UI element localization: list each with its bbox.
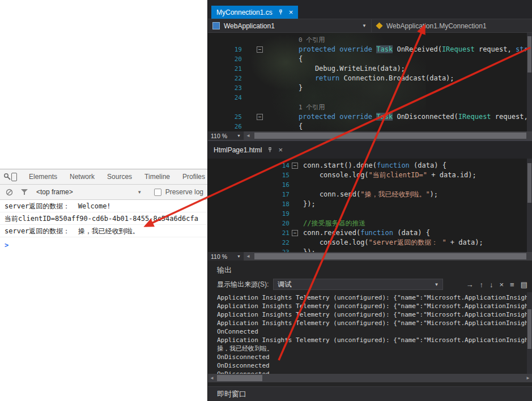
- code-text: });: [302, 199, 532, 209]
- fold-column: [290, 248, 302, 252]
- devtools-tab-elements[interactable]: Elements: [23, 170, 63, 184]
- frame-context-select[interactable]: <top frame> ▼: [33, 187, 144, 197]
- fold-column: [242, 64, 265, 74]
- zoom-select[interactable]: 110 % ▼: [208, 131, 244, 140]
- code-line: 26{: [208, 122, 532, 131]
- editor-vertical-scrollbar[interactable]: [527, 33, 532, 131]
- line-number: 14: [208, 161, 290, 170]
- output-text[interactable]: Application Insights Telemetry (unconfig…: [208, 293, 527, 374]
- tab-myconnection1-cs[interactable]: MyConnection1.cs ×: [211, 6, 298, 19]
- code-text: console.log("当前clientID=" + data.id);: [302, 170, 532, 180]
- tab-htmlpage1-html[interactable]: HtmlPage1.html: [214, 146, 262, 154]
- code-line: 18});: [208, 199, 532, 209]
- device-mode-icon[interactable]: [11, 171, 17, 182]
- code-text: conn.start().done(function (data) {: [302, 161, 532, 170]
- toggle-output-icon[interactable]: ▤: [521, 281, 527, 288]
- word-wrap-icon[interactable]: ≡: [510, 281, 514, 288]
- code-text: [265, 93, 532, 103]
- output-toolbar: 显示输出来源(S): 调试 ▼ →↑↓×≡▤: [217, 278, 527, 291]
- zoom-select[interactable]: 110 % ▼: [208, 252, 244, 261]
- chevron-down-icon: ▼: [434, 282, 439, 287]
- devtools-tab-sources[interactable]: Sources: [101, 170, 138, 184]
- editor-bottom-bar: 110 % ▼ ◄: [208, 252, 532, 261]
- csharp-code-lines: 0 个引用19−protected override Task OnReceiv…: [208, 33, 532, 131]
- horizontal-scrollbar[interactable]: [252, 252, 532, 261]
- goto-source-icon[interactable]: →: [466, 281, 474, 288]
- fold-column: [242, 83, 265, 93]
- console-message: server返回的数据： 操，我已经收到啦。: [0, 225, 207, 237]
- preserve-log-checkbox[interactable]: [154, 189, 161, 196]
- code-line: 24: [208, 93, 532, 103]
- immediate-window-tab[interactable]: 即时窗口: [208, 386, 532, 401]
- code-line: 20//接受服务器的推送: [208, 219, 532, 228]
- code-text: protected override Task OnDisconnected(I…: [265, 112, 532, 122]
- line-number: 20: [208, 219, 290, 228]
- devtools-tabs: ElementsNetworkSourcesTimelineProfiles: [23, 170, 211, 184]
- output-line: OnConnected: [217, 327, 527, 336]
- devtools-tab-profiles[interactable]: Profiles: [176, 170, 211, 184]
- output-source-select[interactable]: 调试 ▼: [273, 279, 443, 290]
- fold-collapse-icon[interactable]: −: [292, 163, 298, 169]
- scroll-left-icon[interactable]: ◄: [208, 374, 216, 382]
- line-number: 20: [208, 54, 242, 64]
- clear-all-icon[interactable]: ×: [500, 281, 504, 288]
- output-vertical-scrollbar[interactable]: [527, 292, 532, 374]
- code-line: 22 console.log("server返回的数据： " + data);: [208, 238, 532, 248]
- visual-studio-window: MyConnection1.cs × WebApplication1 ▼ Web…: [207, 0, 532, 401]
- code-editor-csharp[interactable]: 0 个引用19−protected override Task OnReceiv…: [208, 33, 532, 131]
- line-number: 21: [208, 228, 290, 238]
- clear-console-icon[interactable]: [4, 186, 15, 198]
- chevron-down-icon: ▼: [137, 190, 142, 195]
- fold-collapse-icon[interactable]: −: [257, 46, 263, 53]
- code-text: console.log("server返回的数据： " + data);: [302, 238, 532, 248]
- line-number: [208, 35, 242, 45]
- fold-column: −: [242, 45, 265, 54]
- project-dropdown[interactable]: WebApplication1 ▼: [208, 19, 372, 32]
- output-pane-title: 输出: [217, 265, 232, 275]
- line-number: 19: [208, 45, 242, 54]
- line-number: 16: [208, 180, 290, 190]
- type-name: WebApplication1.MyConnection1: [386, 22, 487, 30]
- horizontal-scrollbar[interactable]: [252, 131, 532, 140]
- pin-icon[interactable]: [278, 9, 284, 15]
- filter-icon[interactable]: [19, 186, 29, 198]
- code-editor-html[interactable]: 14−conn.start().done(function (data) {15…: [208, 159, 532, 252]
- line-number: 25: [208, 112, 242, 122]
- output-line: OnDisconnected: [217, 353, 527, 361]
- devtools-tab-timeline[interactable]: Timeline: [138, 170, 176, 184]
- zoom-value: 110 %: [211, 133, 227, 139]
- codelens-row: 0 个引用: [208, 35, 532, 45]
- fold-column: [242, 35, 265, 45]
- fold-column: [290, 219, 302, 228]
- editor-vertical-scrollbar[interactable]: [527, 159, 532, 252]
- type-dropdown[interactable]: WebApplication1.MyConnection1: [372, 19, 532, 32]
- next-message-icon[interactable]: ↓: [490, 281, 493, 288]
- chevron-down-icon: ▼: [237, 134, 241, 138]
- fold-column: −: [290, 161, 302, 170]
- scroll-right-icon[interactable]: ►: [524, 374, 532, 382]
- console-toolbar: <top frame> ▼ Preserve log: [0, 185, 207, 200]
- fold-collapse-icon[interactable]: −: [257, 114, 263, 120]
- line-number: 23: [208, 248, 290, 252]
- close-icon[interactable]: ×: [278, 146, 283, 153]
- console-prompt[interactable]: >: [0, 237, 207, 252]
- code-text: conn.send("操，我已经收到啦。");: [302, 190, 532, 199]
- project-icon: [212, 22, 220, 29]
- code-line: 16: [208, 180, 532, 190]
- project-name: WebApplication1: [224, 22, 275, 30]
- inspect-element-icon[interactable]: [3, 171, 11, 182]
- code-line: 25−protected override Task OnDisconnecte…: [208, 112, 532, 122]
- previous-message-icon[interactable]: ↑: [480, 281, 484, 288]
- pin-icon[interactable]: [267, 147, 273, 153]
- scroll-left-icon[interactable]: ◄: [244, 131, 252, 140]
- fold-column: −: [242, 112, 265, 122]
- close-icon[interactable]: ×: [289, 8, 293, 16]
- fold-column: [290, 180, 302, 190]
- fold-collapse-icon[interactable]: −: [292, 230, 298, 236]
- scroll-left-icon[interactable]: ◄: [244, 252, 252, 261]
- fold-column: [242, 93, 265, 103]
- codelens-text: 0 个引用: [265, 35, 532, 45]
- devtools-tab-network[interactable]: Network: [63, 170, 101, 184]
- line-number: 22: [208, 238, 290, 248]
- output-horizontal-scrollbar[interactable]: ◄ ►: [208, 374, 532, 382]
